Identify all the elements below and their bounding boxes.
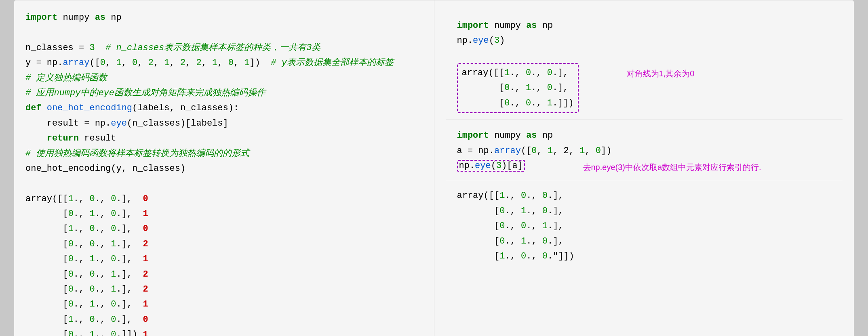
right-middle-section: import numpy as np a = np.array([0, 1, 2…: [446, 120, 843, 180]
eye3-result: array([[1., 0., 0.], [0., 1., 0.], [0., …: [462, 65, 574, 111]
eye3a-annotation: 去np.eye(3)中依次取a数组中元素对应行索引的行.: [583, 161, 761, 174]
left-code: import numpy as np n_classes = 3 # n_cla…: [25, 10, 423, 336]
left-panel: import numpy as np n_classes = 3 # n_cla…: [14, 0, 434, 336]
eye3a-box: np.eye(3)[a]: [457, 160, 525, 172]
eye3-result-container: array([[1., 0., 0.], [0., 1., 0.], [0., …: [457, 63, 579, 113]
right-panel: import numpy as np np.eye(3) array([[1.,…: [434, 0, 854, 336]
right-bottom-section: array([[1., 0., 0.], [0., 1., 0.], [0., …: [446, 180, 843, 270]
eye3-annotation: 对角线为1,其余为0: [627, 67, 695, 80]
main-container: import numpy as np n_classes = 3 # n_cla…: [14, 0, 854, 336]
eye3-result-box: array([[1., 0., 0.], [0., 1., 0.], [0., …: [457, 63, 579, 113]
right-bottom-result: array([[1., 0., 0.], [0., 1., 0.], [0., …: [457, 188, 832, 264]
right-top-section: import numpy as np np.eye(3) array([[1.,…: [446, 10, 843, 120]
right-top-code: import numpy as np np.eye(3): [457, 18, 832, 48]
